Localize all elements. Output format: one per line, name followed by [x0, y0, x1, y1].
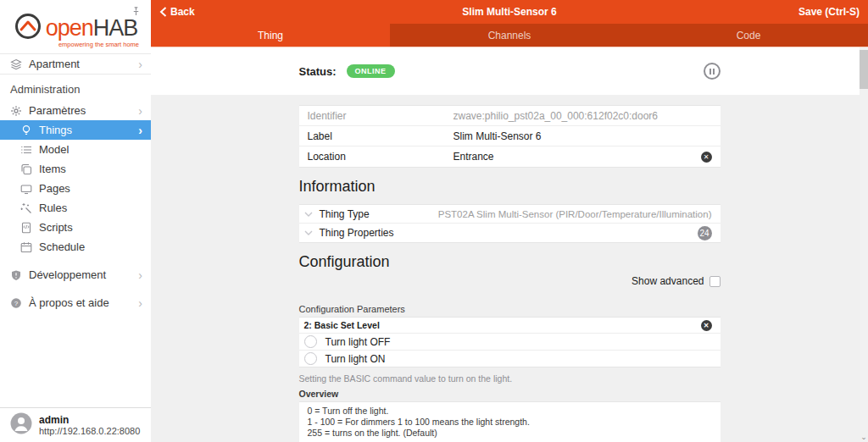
sidebar-item-apropos[interactable]: ? À propos et aide ›: [0, 293, 151, 312]
thing-type-row[interactable]: Thing Type PST02A Slim Multi-Sensor (PIR…: [299, 205, 721, 224]
identifier-row: Identifier zwave:philio_pst02a_00_000:61…: [299, 106, 721, 126]
pause-button[interactable]: [704, 63, 721, 80]
chevron-right-icon: ›: [138, 58, 142, 71]
scrollbar[interactable]: ⌄: [860, 47, 868, 442]
status-badge: ONLINE: [347, 64, 395, 78]
param-title: 2: Basic Set Level: [304, 320, 380, 330]
brand-tagline: empowering the smart home: [58, 41, 139, 48]
identifier-value: zwave:philio_pst02a_00_000:612f02c0:door…: [453, 110, 712, 122]
brand-open: open: [46, 15, 93, 41]
sidebar-item-developpement[interactable]: Développement ›: [0, 265, 151, 285]
main-panel: Slim Multi-Sensor 6 Back Save (Ctrl-S) T…: [151, 0, 868, 442]
tab-thing[interactable]: Thing: [151, 24, 390, 47]
page-title: Slim Multi-Sensor 6: [151, 6, 868, 18]
label-label: Label: [308, 130, 453, 142]
show-advanced-label: Show advanced: [632, 275, 704, 287]
openhab-logo: openHAB empowering the smart home: [0, 0, 151, 53]
sidebar-item-label: Pages: [39, 182, 142, 195]
thing-properties-label: Thing Properties: [320, 227, 394, 239]
user-account[interactable]: admin http://192.168.0.22:8080: [0, 407, 151, 442]
copy-icon: [20, 163, 39, 175]
sidebar-item-label: Things: [39, 124, 138, 136]
chevron-down-icon: [304, 230, 313, 235]
pin-sidebar-icon[interactable]: [131, 4, 141, 19]
sidebar: openHAB empowering the smart home Apartm…: [0, 0, 151, 442]
overview-line: 1 - 100 = For dimmers 1 to 100 means the…: [308, 417, 712, 428]
overview-label: Overview: [299, 389, 721, 399]
sidebar-item-label: Apartment: [29, 58, 138, 70]
overview-card: 0 = Turn off the light. 1 - 100 = For di…: [299, 401, 721, 442]
sidebar-item-rules[interactable]: Rules: [0, 198, 151, 218]
location-label: Location: [308, 151, 453, 163]
configuration-parameters-label: Configuration Parameters: [299, 304, 721, 314]
identifier-label: Identifier: [308, 110, 453, 122]
thing-tab-content: Status: ONLINE Identifier zwave:philio_p…: [151, 47, 868, 442]
tab-channels[interactable]: Channels: [390, 24, 629, 47]
list-icon: [20, 144, 39, 156]
option-turn-light-off[interactable]: Turn light OFF: [299, 333, 721, 350]
user-name: admin: [39, 414, 140, 426]
layers-icon: [10, 58, 29, 70]
sidebar-item-label: Items: [39, 163, 142, 175]
status-band: Status: ONLINE: [151, 47, 868, 95]
status-label: Status:: [299, 65, 337, 78]
sidebar-item-things[interactable]: Things ›: [0, 120, 151, 140]
location-value: Entrance: [453, 151, 701, 163]
chevron-right-icon: ›: [138, 124, 142, 137]
sidebar-item-label: Model: [39, 143, 142, 156]
clear-location-icon[interactable]: ✕: [701, 152, 712, 163]
information-card: Thing Type PST02A Slim Multi-Sensor (PIR…: [299, 204, 721, 243]
sidebar-item-label: Développement: [29, 268, 138, 281]
gear-icon: [10, 105, 29, 117]
radio-turn-light-on[interactable]: [304, 352, 317, 365]
clear-param-icon[interactable]: ✕: [701, 320, 712, 331]
sidebar-item-apartment[interactable]: Apartment ›: [0, 54, 151, 74]
param-basic-set-level-card: 2: Basic Set Level ✕ Turn light OFF Turn…: [299, 317, 721, 367]
sidebar-item-model[interactable]: Model: [0, 140, 151, 159]
sidebar-item-label: Rules: [39, 202, 142, 214]
scrollbar-thumb[interactable]: [860, 50, 868, 89]
sidebar-item-label: Scripts: [39, 221, 142, 234]
thing-type-value: PST02A Slim Multi-Sensor (PIR/Door/Tempe…: [438, 209, 712, 219]
svg-text:?: ?: [14, 299, 19, 307]
thing-type-label: Thing Type: [320, 208, 370, 220]
lightbulb-icon: [20, 124, 39, 136]
option-turn-light-on[interactable]: Turn light ON: [299, 350, 721, 367]
sidebar-item-pages[interactable]: Pages: [0, 179, 151, 198]
label-row[interactable]: Label Slim Multi-Sensor 6: [299, 126, 721, 146]
thing-properties-row[interactable]: Thing Properties 24: [299, 224, 721, 242]
calendar-icon: [20, 241, 39, 253]
developer-tools-icon: [10, 269, 29, 281]
scroll-down-arrow-icon[interactable]: ⌄: [860, 433, 868, 441]
tab-bar: Thing Channels Code: [151, 24, 868, 47]
chevron-right-icon: ›: [138, 296, 142, 310]
script-icon: [20, 222, 39, 234]
sidebar-item-scripts[interactable]: Scripts: [0, 218, 151, 237]
location-row[interactable]: Location Entrance ✕: [299, 146, 721, 167]
navbar: Slim Multi-Sensor 6 Back Save (Ctrl-S): [151, 0, 868, 24]
chevron-down-icon: [304, 212, 313, 217]
sidebar-section-administration: Administration: [0, 75, 151, 101]
sidebar-item-label: Schedule: [39, 240, 142, 253]
overview-line: 255 = turns on the light. (Default): [308, 428, 712, 439]
option-label: Turn light OFF: [326, 336, 391, 348]
param-basic-set-level-header: 2: Basic Set Level ✕: [299, 318, 721, 333]
sidebar-item-items[interactable]: Items: [0, 159, 151, 179]
chevron-left-icon: [159, 7, 167, 17]
back-button[interactable]: Back: [159, 6, 195, 18]
sidebar-item-label: Paramètres: [29, 104, 138, 117]
configuration-heading: Configuration: [299, 253, 721, 271]
save-button[interactable]: Save (Ctrl-S): [798, 6, 860, 18]
server-url: http://192.168.0.22:8080: [39, 426, 140, 436]
sidebar-item-label: À propos et aide: [29, 296, 138, 309]
show-advanced-checkbox[interactable]: [709, 276, 721, 287]
label-value: Slim Multi-Sensor 6: [453, 130, 712, 142]
show-advanced-row: Show advanced: [299, 275, 721, 287]
monitor-icon: [20, 183, 39, 195]
sidebar-item-schedule[interactable]: Schedule: [0, 237, 151, 257]
wand-icon: [20, 202, 39, 214]
tab-code[interactable]: Code: [629, 24, 868, 47]
chevron-right-icon: ›: [138, 268, 142, 282]
radio-turn-light-off[interactable]: [304, 335, 317, 348]
sidebar-item-parametres[interactable]: Paramètres ›: [0, 101, 151, 120]
